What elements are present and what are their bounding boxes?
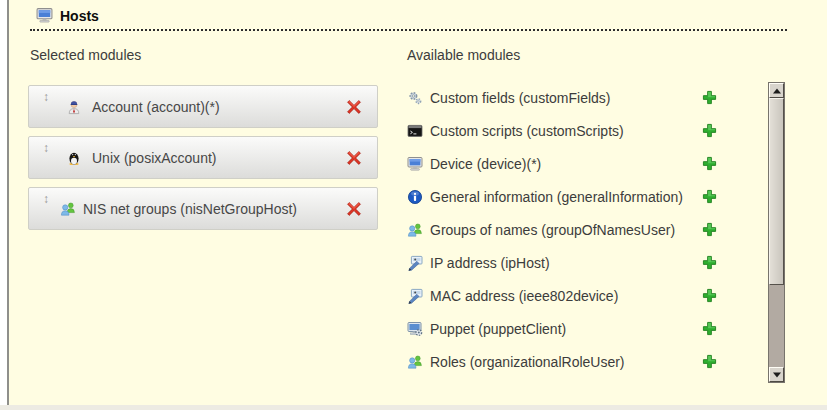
selected-module-label: Account (account)(*) <box>92 99 220 115</box>
available-module-label: MAC address (ieee802device) <box>430 288 701 304</box>
add-puppet-button[interactable] <box>701 321 717 337</box>
available-module-label: Custom fields (customFields) <box>430 90 701 106</box>
add-mac-address-button[interactable] <box>701 288 717 304</box>
monitor-icon <box>407 156 423 172</box>
available-row-roles: Roles (organizationalRoleUser) <box>407 345 717 378</box>
available-row-device: Device (device)(*) <box>407 147 717 180</box>
red-x-icon <box>346 99 362 115</box>
available-row-mac-address: MAC address (ieee802device) <box>407 279 717 312</box>
user-group-icon <box>407 222 423 238</box>
add-roles-button[interactable] <box>701 354 717 370</box>
gears-icon <box>407 90 423 106</box>
add-device-button[interactable] <box>701 156 717 172</box>
selected-module-label: Unix (posixAccount) <box>92 150 217 166</box>
scrollbar-up-button[interactable] <box>769 83 784 98</box>
available-row-custom-fields: Custom fields (customFields) <box>407 81 717 114</box>
window-left-border <box>7 0 9 410</box>
green-plus-icon <box>702 123 717 138</box>
add-groups-of-names-button[interactable] <box>701 222 717 238</box>
drag-handle-icon[interactable]: ↕ <box>40 91 52 103</box>
available-module-label: Device (device)(*) <box>430 156 701 172</box>
selected-row-unix[interactable]: ↕ Unix (posixAccount) <box>28 136 378 179</box>
window-bottom-edge <box>0 405 827 410</box>
available-row-custom-scripts: Custom scripts (customScripts) <box>407 114 717 147</box>
selected-modules-label: Selected modules <box>30 47 141 63</box>
available-row-general-information: General information (generalInformation) <box>407 180 717 213</box>
selected-row-nis-net-groups[interactable]: ↕ NIS net groups (nisNetGroupHost) <box>28 187 378 230</box>
red-x-icon <box>346 201 362 217</box>
host-monitor-icon <box>36 7 53 24</box>
remove-nis-net-groups-button[interactable] <box>346 201 362 217</box>
info-icon <box>407 189 423 205</box>
arrow-up-icon <box>773 88 781 93</box>
remove-unix-button[interactable] <box>346 150 362 166</box>
add-custom-fields-button[interactable] <box>701 90 717 106</box>
green-plus-icon <box>702 189 717 204</box>
hosts-section-header: Hosts <box>30 7 787 31</box>
available-row-ip-address: IP address (ipHost) <box>407 246 717 279</box>
arrow-down-icon <box>773 372 781 377</box>
green-plus-icon <box>702 288 717 303</box>
available-module-label: Groups of names (groupOfNamesUser) <box>430 222 701 238</box>
available-row-groups-of-names: Groups of names (groupOfNamesUser) <box>407 213 717 246</box>
monitor-gear-icon <box>407 321 423 337</box>
tux-penguin-icon <box>66 150 82 166</box>
selected-module-label: NIS net groups (nisNetGroupHost) <box>83 201 297 217</box>
green-plus-icon <box>702 222 717 237</box>
drag-handle-icon[interactable]: ↕ <box>40 193 52 205</box>
green-plus-icon <box>702 255 717 270</box>
add-custom-scripts-button[interactable] <box>701 123 717 139</box>
computer-edit-icon <box>407 255 423 271</box>
selected-modules-list: ↕ Account (account)(*) ↕ Unix (posixAcco… <box>28 85 378 238</box>
available-modules-scrollbar[interactable] <box>768 82 785 383</box>
drag-handle-icon[interactable]: ↕ <box>40 142 52 154</box>
available-row-puppet: Puppet (puppetClient) <box>407 312 717 345</box>
user-group-icon <box>407 354 423 370</box>
add-ip-address-button[interactable] <box>701 255 717 271</box>
available-modules-list: Custom fields (customFields) Custom scri… <box>407 81 717 378</box>
terminal-icon <box>407 123 423 139</box>
available-module-label: Puppet (puppetClient) <box>430 321 701 337</box>
available-module-label: Custom scripts (customScripts) <box>430 123 701 139</box>
add-general-information-button[interactable] <box>701 189 717 205</box>
available-module-label: General information (generalInformation) <box>430 189 701 205</box>
available-modules-label: Available modules <box>407 47 520 63</box>
green-plus-icon <box>702 90 717 105</box>
green-plus-icon <box>702 156 717 171</box>
window-left-frame <box>0 0 7 410</box>
available-module-label: Roles (organizationalRoleUser) <box>430 354 701 370</box>
available-module-label: IP address (ipHost) <box>430 255 701 271</box>
selected-row-account[interactable]: ↕ Account (account)(*) <box>28 85 378 128</box>
account-person-icon <box>66 99 82 115</box>
user-group-icon <box>60 201 76 217</box>
page-title: Hosts <box>60 8 99 24</box>
green-plus-icon <box>702 354 717 369</box>
computer-edit-icon <box>407 288 423 304</box>
scrollbar-down-button[interactable] <box>769 367 784 382</box>
scrollbar-thumb[interactable] <box>769 98 784 285</box>
remove-account-button[interactable] <box>346 99 362 115</box>
red-x-icon <box>346 150 362 166</box>
green-plus-icon <box>702 321 717 336</box>
